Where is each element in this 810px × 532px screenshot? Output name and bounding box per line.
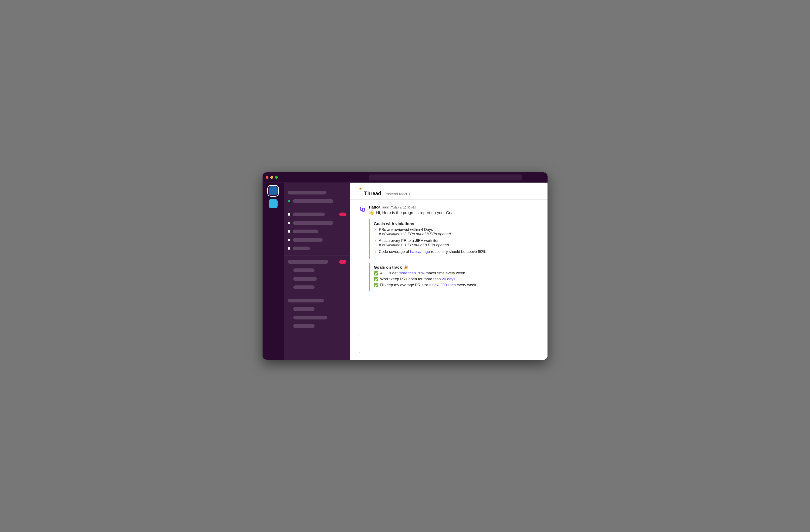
metric-link[interactable]: below 300 lines: [430, 283, 456, 287]
sidebar-item[interactable]: [288, 197, 346, 205]
presence-icon: [288, 200, 290, 202]
message-greeting: 👋 Hi, Here is the progress report on you…: [369, 210, 539, 215]
dot-icon: [288, 222, 290, 224]
sidebar: [284, 182, 350, 359]
workspace-tile-active[interactable]: [269, 187, 278, 195]
workspace-tile[interactable]: [269, 199, 278, 208]
dot-icon: [288, 239, 290, 241]
sidebar-item[interactable]: [288, 305, 346, 313]
wave-icon: 👋: [369, 210, 374, 215]
unread-badge: [339, 212, 346, 216]
sidebar-item[interactable]: [288, 245, 346, 252]
unread-badge: [339, 260, 346, 264]
sidebar-item[interactable]: [288, 189, 346, 196]
ontrack-panel: Goals on track 🎉 ✅ All ICs get more than…: [369, 263, 539, 291]
sidebar-item[interactable]: [288, 297, 346, 304]
repo-link[interactable]: hatica/hugo: [410, 249, 430, 254]
check-icon: ✅: [374, 277, 378, 281]
search-input[interactable]: [369, 175, 522, 180]
lock-icon: 🔒: [359, 187, 539, 190]
close-icon[interactable]: [266, 176, 269, 179]
thread-header: 🔒 Thread frontend-react-1: [350, 182, 548, 199]
dot-icon: [288, 213, 290, 216]
metric-link[interactable]: more than 70%: [399, 271, 425, 275]
sidebar-item[interactable]: [288, 314, 346, 321]
hatica-logo-icon: [359, 206, 366, 212]
sidebar-item[interactable]: [288, 228, 346, 235]
sidebar-item[interactable]: [288, 322, 346, 330]
violation-item: Attach every PR to a JIRA work item # of…: [379, 239, 536, 247]
sidebar-item[interactable]: [288, 236, 346, 244]
sidebar-item[interactable]: [288, 219, 346, 227]
ontrack-item: ✅ All ICs get more than 70% maker time e…: [374, 271, 536, 276]
message-composer[interactable]: [359, 335, 539, 353]
party-icon: 🎉: [404, 265, 408, 270]
app-badge: APP: [382, 206, 389, 209]
sender-avatar[interactable]: [359, 206, 366, 213]
maximize-icon[interactable]: [275, 176, 278, 179]
ontrack-heading: Goals on track: [374, 265, 402, 270]
sidebar-item[interactable]: [288, 211, 346, 218]
minimize-icon[interactable]: [270, 176, 273, 179]
violations-panel: Goals with violations PRs are reviewed w…: [369, 219, 539, 259]
workspace-rail: [263, 182, 284, 359]
sidebar-item[interactable]: [288, 258, 346, 265]
sender-name[interactable]: Hatica: [369, 205, 380, 210]
dot-icon: [288, 230, 290, 233]
sidebar-item[interactable]: [288, 267, 346, 274]
message-timestamp[interactable]: Today at 10:30 AM: [391, 206, 416, 209]
thread-channel[interactable]: frontend-react-1: [385, 192, 410, 196]
thread-title: Thread: [364, 191, 381, 196]
violation-item: Code coverage of hatica/hugo repository …: [379, 249, 536, 254]
thread-pane: 🔒 Thread frontend-react-1 Hatica: [350, 182, 548, 359]
ontrack-item: ✅ Won't keep PRs open for more than 20 d…: [374, 277, 536, 281]
titlebar: [263, 172, 548, 182]
window-controls: [266, 176, 278, 179]
dot-icon: [288, 247, 290, 250]
check-icon: ✅: [374, 283, 378, 288]
ontrack-item: ✅ I'll keep my average PR size below 300…: [374, 283, 536, 288]
metric-link[interactable]: 20 days: [442, 277, 455, 281]
violations-heading: Goals with violations: [374, 222, 536, 226]
sidebar-item[interactable]: [288, 284, 346, 291]
violation-item: PRs are reviewed within 4 Days # of viol…: [379, 227, 536, 236]
message: Hatica APP Today at 10:30 AM 👋 Hi, Here …: [359, 205, 539, 291]
app-window: 🔒 Thread frontend-react-1 Hatica: [263, 172, 548, 359]
sidebar-item[interactable]: [288, 275, 346, 283]
greeting-text: Hi, Here is the progress report on your …: [376, 210, 456, 215]
check-icon: ✅: [374, 271, 378, 276]
